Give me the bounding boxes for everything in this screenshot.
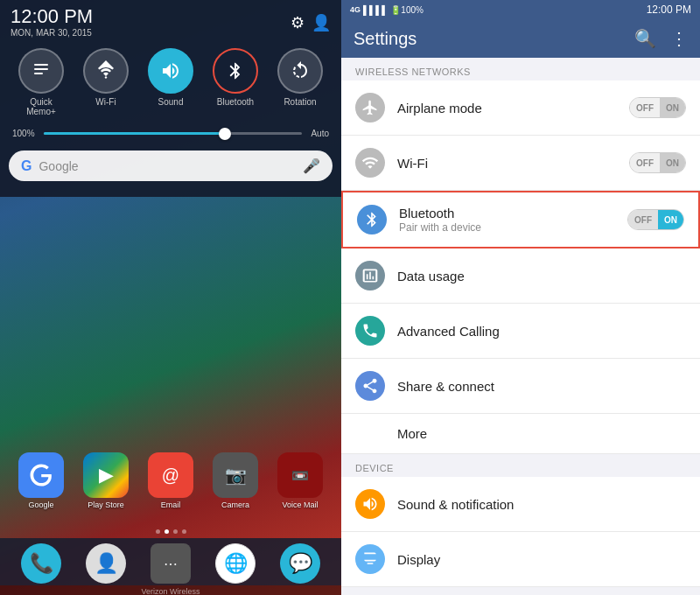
dot-3 (173, 529, 178, 534)
bt-toggle-on: ON (658, 210, 683, 229)
qs-sound-label: Sound (158, 97, 184, 107)
sound-notification-item[interactable]: Sound & notification (341, 477, 700, 532)
voicemail-label: Voice Mail (282, 500, 318, 509)
bt-toggle-off: OFF (628, 210, 658, 229)
svg-rect-0 (34, 64, 48, 66)
wireless-settings-list: Airplane mode OFF ON Wi-Fi OFF ON (341, 80, 700, 454)
data-usage-text: Data usage (397, 269, 686, 284)
sound-qs-icon (148, 48, 193, 94)
phone-panel: 12:00 PM MON, MAR 30, 2015 ⚙ 👤 QuickMemo… (0, 0, 341, 595)
airplane-mode-toggle[interactable]: OFF ON (629, 97, 686, 118)
settings-gear-icon[interactable]: ⚙ (290, 13, 304, 32)
camera-label: Camera (221, 500, 249, 509)
wifi-toggle-on: ON (660, 153, 685, 172)
toggle-off-label: OFF (630, 98, 660, 117)
wifi-toggle[interactable]: OFF ON (629, 152, 686, 173)
qs-rotation-label: Rotation (284, 97, 316, 107)
google-search-bar[interactable]: G Google 🎤 (9, 150, 332, 181)
header-action-icons: 🔍 ⋮ (634, 28, 688, 49)
wifi-qs-icon (83, 48, 129, 94)
contacts-dock-icon[interactable]: 👤 (86, 543, 126, 584)
app-row-1: Google ▶ Play Store @ Email 📷 Camera (9, 452, 332, 509)
share-connect-text: Share & connect (397, 379, 686, 394)
auto-label: Auto (311, 129, 329, 138)
qs-quick-memo-label: QuickMemo+ (26, 97, 56, 116)
qs-rotation[interactable]: Rotation (274, 48, 326, 116)
brightness-fill (44, 132, 225, 135)
notification-drawer: 12:00 PM MON, MAR 30, 2015 ⚙ 👤 QuickMemo… (0, 0, 341, 197)
advanced-calling-text: Advanced Calling (397, 324, 686, 339)
list-item[interactable]: @ Email (148, 452, 193, 509)
search-header-icon[interactable]: 🔍 (634, 28, 656, 49)
bluetooth-qs-icon (213, 48, 258, 94)
list-item[interactable]: ▶ Play Store (83, 452, 129, 509)
bluetooth-title: Bluetooth (399, 206, 627, 220)
chrome-dock-icon[interactable]: 🌐 (215, 543, 256, 584)
brightness-pct: 100% (12, 129, 35, 138)
advanced-calling-item[interactable]: Advanced Calling (341, 304, 700, 359)
search-placeholder: Google (38, 159, 296, 173)
time-date: 12:00 PM MON, MAR 30, 2015 (10, 7, 93, 38)
play-store-icon: ▶ (83, 452, 129, 498)
carrier-label: Verizon Wireless (0, 585, 341, 595)
wifi-item[interactable]: Wi-Fi OFF ON (341, 136, 700, 191)
data-usage-item[interactable]: Data usage (341, 248, 700, 304)
share-connect-item[interactable]: Share & connect (341, 359, 700, 414)
bluetooth-toggle[interactable]: OFF ON (627, 209, 684, 230)
brightness-row: 100% Auto (0, 123, 341, 144)
wifi-title: Wi-Fi (397, 156, 629, 171)
more-item[interactable]: More (341, 414, 700, 454)
signal-status-icons: 4G ▌▌▌▌ 🔋100% (350, 5, 424, 15)
phone-time: 12:00 PM (10, 7, 93, 26)
toggle-on-label: ON (660, 98, 685, 117)
more-options-icon[interactable]: ⋮ (670, 28, 688, 49)
phone-dock-icon[interactable]: 📞 (21, 543, 61, 584)
more-label: More (397, 426, 427, 441)
list-item[interactable]: 📷 Camera (213, 452, 258, 509)
rotation-qs-icon (277, 48, 323, 94)
wifi-settings-icon (355, 148, 385, 178)
lte-indicator: 4G (350, 5, 360, 14)
voicemail-icon: 📼 (277, 452, 323, 498)
qs-wifi-label: Wi-Fi (95, 97, 116, 107)
settings-panel: 4G ▌▌▌▌ 🔋100% 12:00 PM Settings 🔍 ⋮ WIRE… (341, 0, 700, 595)
wifi-text: Wi-Fi (397, 156, 629, 171)
display-item[interactable]: Display (341, 532, 700, 587)
dock-apps-row: 📞 👤 ⋯ 🌐 💬 (0, 538, 341, 585)
qs-quick-memo[interactable]: QuickMemo+ (15, 48, 67, 116)
data-usage-icon (355, 261, 385, 290)
settings-header: Settings 🔍 ⋮ (341, 19, 700, 58)
display-title: Display (397, 552, 686, 567)
dot-1 (156, 529, 160, 534)
share-connect-title: Share & connect (397, 379, 686, 394)
phone-status-icons: ⚙ 👤 (290, 13, 331, 32)
signal-bars-icon: ▌▌▌▌ (363, 5, 388, 15)
battery-icon: 🔋100% (390, 5, 424, 15)
qs-sound[interactable]: Sound (144, 48, 197, 116)
display-text: Display (397, 552, 686, 567)
brightness-slider[interactable] (44, 132, 303, 135)
user-icon[interactable]: 👤 (312, 13, 331, 32)
list-item[interactable]: Google (18, 452, 64, 509)
list-item[interactable]: 📼 Voice Mail (277, 452, 323, 509)
sound-notification-text: Sound & notification (397, 497, 686, 512)
camera-icon: 📷 (213, 452, 258, 498)
phone-date: MON, MAR 30, 2015 (10, 28, 93, 38)
qs-wifi[interactable]: Wi-Fi (80, 48, 132, 116)
messages-dock-icon[interactable]: 💬 (280, 543, 320, 584)
quick-settings-row: QuickMemo+ Wi-Fi Sound Blu (0, 41, 341, 123)
device-section-label: DEVICE (341, 454, 700, 477)
sound-notification-icon (355, 489, 385, 519)
bluetooth-item[interactable]: Bluetooth Pair with a device OFF ON (341, 191, 700, 248)
microphone-icon[interactable]: 🎤 (303, 158, 320, 174)
advanced-calling-icon (355, 316, 385, 346)
google-app-icon (18, 452, 64, 498)
wifi-toggle-off: OFF (630, 153, 660, 172)
qs-bluetooth[interactable]: Bluetooth (209, 48, 262, 116)
sound-notification-title: Sound & notification (397, 497, 686, 512)
airplane-mode-item[interactable]: Airplane mode OFF ON (341, 80, 700, 136)
wireless-section-label: WIRELESS NETWORKS (341, 58, 700, 80)
settings-page-title: Settings (354, 29, 416, 49)
apps-drawer-icon[interactable]: ⋯ (150, 543, 191, 584)
svg-rect-1 (34, 68, 48, 70)
